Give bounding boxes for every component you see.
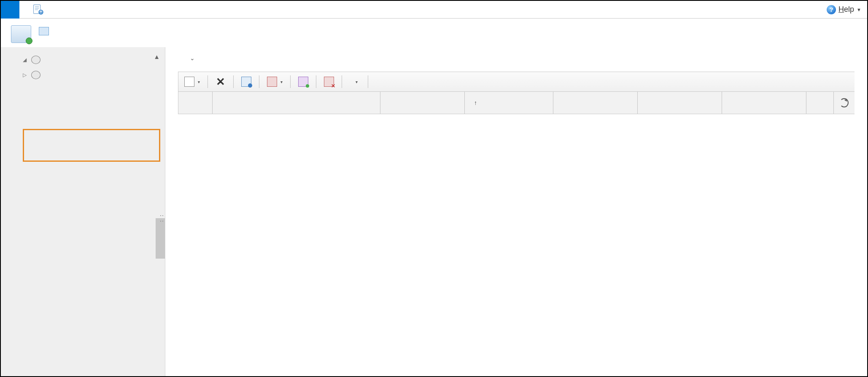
scrollbar-thumb[interactable] bbox=[156, 218, 165, 259]
save-as-button[interactable]: ▾ bbox=[264, 75, 285, 88]
help-icon: ? bbox=[827, 5, 836, 14]
sort-asc-icon: ↑ bbox=[474, 99, 477, 106]
more-actions-button[interactable]: ▾ bbox=[347, 80, 363, 84]
view-selector[interactable]: ⌄ bbox=[178, 55, 867, 61]
entity-icon bbox=[11, 25, 31, 43]
file-menu-button[interactable] bbox=[1, 1, 19, 19]
help-label: Help bbox=[838, 5, 854, 14]
publish-icon bbox=[32, 4, 44, 16]
copy-icon bbox=[267, 77, 277, 87]
help-menu[interactable]: ? Help ▼ bbox=[827, 5, 861, 14]
grid-header-row: ↑ bbox=[178, 92, 855, 114]
page-header bbox=[1, 19, 867, 47]
separator bbox=[259, 75, 259, 88]
main-content: ⌄ ▾ ✕ ▾ ▾ bbox=[165, 47, 867, 376]
activate-icon bbox=[298, 77, 308, 87]
grid-toolbar: ▾ ✕ ▾ ▾ bbox=[178, 72, 855, 92]
col-description[interactable] bbox=[806, 92, 833, 114]
col-form-state[interactable] bbox=[380, 92, 464, 114]
ribbon: ? Help ▼ bbox=[1, 1, 867, 19]
refresh-icon bbox=[840, 98, 849, 107]
lead-address-icon bbox=[31, 71, 40, 79]
separator bbox=[233, 75, 234, 88]
col-select-all[interactable] bbox=[178, 92, 212, 114]
separator bbox=[290, 75, 291, 88]
delete-icon: ✕ bbox=[216, 77, 226, 87]
separator bbox=[342, 75, 342, 88]
expand-icon[interactable]: ▷ bbox=[23, 72, 28, 78]
col-form-type[interactable]: ↑ bbox=[464, 92, 553, 114]
col-version[interactable] bbox=[722, 92, 806, 114]
col-state[interactable] bbox=[553, 92, 637, 114]
col-name[interactable] bbox=[212, 92, 380, 114]
solution-label bbox=[1, 47, 165, 51]
forms-icon bbox=[39, 27, 49, 35]
chevron-down-icon: ▾ bbox=[198, 80, 200, 84]
solution-explorer-sidebar: ▲ ◢ ▷ bbox=[1, 47, 165, 376]
order-icon bbox=[324, 77, 334, 87]
chevron-down-icon: ▾ bbox=[280, 80, 283, 84]
chevron-down-icon: ▾ bbox=[356, 80, 358, 84]
assign-roles-button[interactable] bbox=[239, 75, 254, 88]
forms-grid: ↑ bbox=[178, 92, 855, 114]
tree-node-lead-address[interactable]: ▷ bbox=[1, 67, 165, 83]
solution-tree: ▲ ◢ ▷ bbox=[1, 51, 165, 376]
chevron-down-icon: ⌄ bbox=[190, 55, 195, 61]
new-icon bbox=[184, 77, 194, 87]
lead-icon bbox=[31, 56, 40, 64]
splitter-handle[interactable]: ⋮⋮ bbox=[159, 212, 165, 223]
separator bbox=[208, 75, 208, 88]
collapse-icon[interactable]: ◢ bbox=[23, 57, 28, 63]
chevron-down-icon: ▼ bbox=[857, 7, 861, 12]
form-order-button[interactable] bbox=[321, 75, 337, 88]
delete-button[interactable]: ✕ bbox=[213, 75, 228, 88]
activate-button[interactable] bbox=[296, 75, 311, 88]
publish-all-button[interactable] bbox=[29, 4, 51, 16]
separator bbox=[316, 75, 316, 88]
col-customizable[interactable] bbox=[637, 92, 722, 114]
refresh-button[interactable] bbox=[833, 92, 855, 114]
tree-node-lead[interactable]: ◢ bbox=[1, 52, 165, 67]
new-button[interactable]: ▾ bbox=[182, 75, 202, 88]
assign-icon bbox=[241, 77, 251, 87]
separator bbox=[368, 75, 368, 88]
highlight-annotation bbox=[23, 129, 160, 162]
